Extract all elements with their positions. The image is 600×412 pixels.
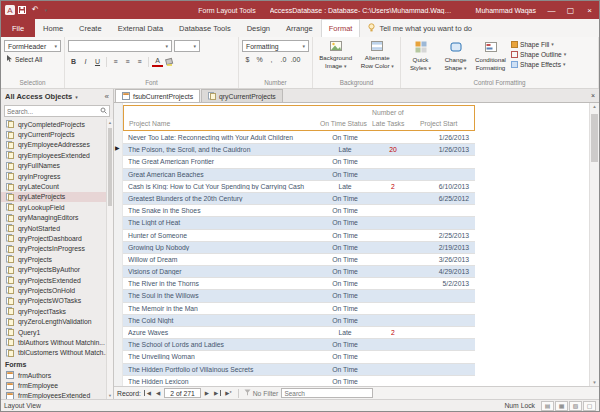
table-row[interactable]: Cash is King: How to Cut Your Spending b… (123, 181, 475, 193)
cell-name[interactable]: The Great American Frontier (128, 158, 316, 165)
table-row[interactable]: The Hidden LexiconOn Time (123, 376, 475, 386)
cell-status[interactable]: Late (319, 329, 371, 336)
cell-name[interactable]: Visions of Danger (128, 268, 316, 275)
cell-status[interactable]: On Time (319, 207, 371, 214)
close-object-icon[interactable]: × (591, 92, 595, 99)
cell-start[interactable]: 2/25/2013 (415, 232, 469, 239)
comma-icon[interactable]: , (266, 54, 277, 65)
cell-name[interactable]: The School of Lords and Ladies (128, 341, 316, 348)
form-view-button[interactable]: ▤ (541, 401, 554, 411)
shutter-close-icon[interactable]: « (105, 92, 109, 101)
record-search-input[interactable] (281, 388, 373, 398)
tab-fsubcurrentprojects[interactable]: fsubCurrentProjects (115, 89, 200, 102)
cell-name[interactable]: The Light of Heat (128, 219, 316, 226)
cell-name[interactable]: Great American Beaches (128, 171, 316, 178)
underline-button[interactable]: U (92, 56, 103, 67)
cell-status[interactable]: On Time (319, 219, 371, 226)
cell-name[interactable]: The Unveiling Woman (128, 353, 316, 360)
select-all-button[interactable]: Select All (4, 54, 61, 65)
background-image-button[interactable]: Background Image ▾ (316, 40, 356, 78)
cell-status[interactable]: Late (319, 146, 371, 153)
table-row[interactable]: The School of Lords and LadiesOn Time (123, 339, 475, 351)
bold-button[interactable]: B (68, 56, 79, 67)
cell-start[interactable]: 6/25/2012 (415, 195, 469, 202)
cell-status[interactable]: On Time (319, 305, 371, 312)
nav-item-qryprojectswotasks[interactable]: qryProjectsWOTasks (1, 296, 113, 306)
previous-record-button[interactable]: ◀ (155, 390, 161, 396)
table-row[interactable]: Hunter of SomeoneOn Time2/25/2013 (123, 230, 475, 242)
column-header-project-start[interactable]: Project Start (420, 120, 457, 127)
cell-name[interactable]: Azure Waves (128, 329, 316, 336)
cell-name[interactable]: The Hidden Portfolio of Villainous Secre… (128, 366, 316, 373)
close-icon[interactable]: × (580, 1, 599, 19)
ribbon-tab-home[interactable]: Home (35, 19, 71, 37)
new-record-button[interactable]: ▶* (224, 390, 232, 396)
scroll-down-icon[interactable]: ▼ (590, 380, 599, 385)
align-right-icon[interactable]: ≡ (134, 56, 145, 67)
cell-name[interactable]: Never Too Late: Reconnecting with Your A… (128, 134, 316, 141)
cell-start[interactable]: 2/19/2013 (415, 244, 469, 251)
nav-item-qrycurrentprojects[interactable]: qryCurrentProjects (1, 129, 113, 139)
first-record-button[interactable]: ◀ (144, 390, 152, 396)
table-row[interactable]: Willow of DreamOn Time3/26/2013 (123, 254, 475, 266)
nav-item-qrynotstarted[interactable]: qryNotStarted (1, 223, 113, 233)
table-row[interactable]: The Unveiling WomanOn Time (123, 351, 475, 363)
nav-item-qryprojectsbyauthor[interactable]: qryProjectsByAuthor (1, 264, 113, 274)
selection-dropdown[interactable]: FormHeader ▾ (4, 40, 61, 52)
number-format-dropdown[interactable]: Formatting ▾ (242, 40, 309, 52)
nav-scrollbar[interactable]: ▲ ▼ (106, 119, 113, 399)
tab-qrycurrentprojects[interactable]: qryCurrentProjects (201, 89, 283, 102)
cell-start[interactable]: 1/26/2013 (415, 146, 469, 153)
next-record-button[interactable]: ▶ (204, 390, 210, 396)
alternate-row-color-button[interactable]: Alternate Row Color ▾ (358, 40, 398, 78)
cell-status[interactable]: On Time (319, 268, 371, 275)
cell-status[interactable]: On Time (319, 256, 371, 263)
cell-status[interactable]: On Time (319, 317, 371, 324)
cell-status[interactable]: Late (319, 183, 371, 190)
font-name-dropdown[interactable]: ▾ (68, 40, 172, 52)
align-center-icon[interactable]: ≡ (122, 56, 133, 67)
scroll-down-icon[interactable]: ▼ (107, 393, 113, 398)
shape-fill-button[interactable]: Shape Fill ▾ (509, 40, 568, 49)
table-row[interactable]: The Soul in the WillowsOn Time (123, 290, 475, 302)
cell-start[interactable]: 3/26/2013 (415, 256, 469, 263)
table-row[interactable]: Growing Up NobodyOn Time2/19/2013 (123, 242, 475, 254)
font-size-dropdown[interactable]: ▾ (174, 40, 200, 52)
nav-item-frmauthors[interactable]: frmAuthors (1, 370, 113, 380)
cell-status[interactable]: On Time (319, 158, 371, 165)
nav-item-qrymanagingeditors[interactable]: qryManagingEditors (1, 213, 113, 223)
cell-name[interactable]: Growing Up Nobody (128, 244, 316, 251)
cell-status[interactable]: On Time (319, 244, 371, 251)
shape-outline-button[interactable]: Shape Outline ▾ (509, 50, 568, 59)
table-row[interactable]: The Hidden Portfolio of Villainous Secre… (123, 364, 475, 376)
table-row[interactable]: Azure WavesLate2 (123, 327, 475, 339)
nav-item-qryprojectsinprogress[interactable]: qryProjectsInProgress (1, 244, 113, 254)
minimize-icon[interactable]: — (542, 1, 561, 19)
nav-item-qryzerolengthvalidation[interactable]: qryZeroLengthValidation (1, 316, 113, 326)
cell-name[interactable]: The Snake in the Shoes (128, 207, 316, 214)
nav-item-qrycompletedprojects[interactable]: qryCompletedProjects (1, 119, 113, 129)
nav-item-qryprojects[interactable]: qryProjects (1, 254, 113, 264)
table-row[interactable]: The Memoir in the ManOn Time (123, 303, 475, 315)
ribbon-tab-file[interactable]: File (1, 19, 35, 37)
cell-late[interactable]: 2 (371, 183, 415, 190)
undo-icon[interactable]: ↶ (32, 6, 39, 14)
ribbon-tab-database-tools[interactable]: Database Tools (171, 19, 239, 37)
cell-status[interactable]: On Time (319, 378, 371, 385)
table-row[interactable]: Never Too Late: Reconnecting with Your A… (123, 132, 475, 144)
shape-effects-button[interactable]: Shape Effects ▾ (509, 60, 568, 69)
nav-item-qrylateprojects[interactable]: qryLateProjects (1, 192, 113, 202)
nav-item-qrylookupfield[interactable]: qryLookupField (1, 202, 113, 212)
cell-start[interactable]: 1/26/2013 (415, 134, 469, 141)
cell-name[interactable]: The Soul in the Willows (128, 292, 316, 299)
table-row[interactable]: Greatest Blunders of the 20th CenturyOn … (123, 193, 475, 205)
cell-status[interactable]: On Time (319, 280, 371, 287)
nav-item-qryprojectsextended[interactable]: qryProjectsExtended (1, 275, 113, 285)
currency-icon[interactable]: $ (242, 54, 253, 65)
paint-bucket-icon[interactable] (164, 56, 175, 67)
change-shape-button[interactable]: Change Shape ▾ (439, 40, 472, 78)
nav-search-input[interactable] (7, 108, 100, 115)
column-header-on-time-status[interactable]: On Time Status (320, 120, 367, 127)
record-position[interactable]: 2 of 271 (164, 388, 201, 398)
filter-indicator[interactable]: No Filter (244, 389, 279, 397)
